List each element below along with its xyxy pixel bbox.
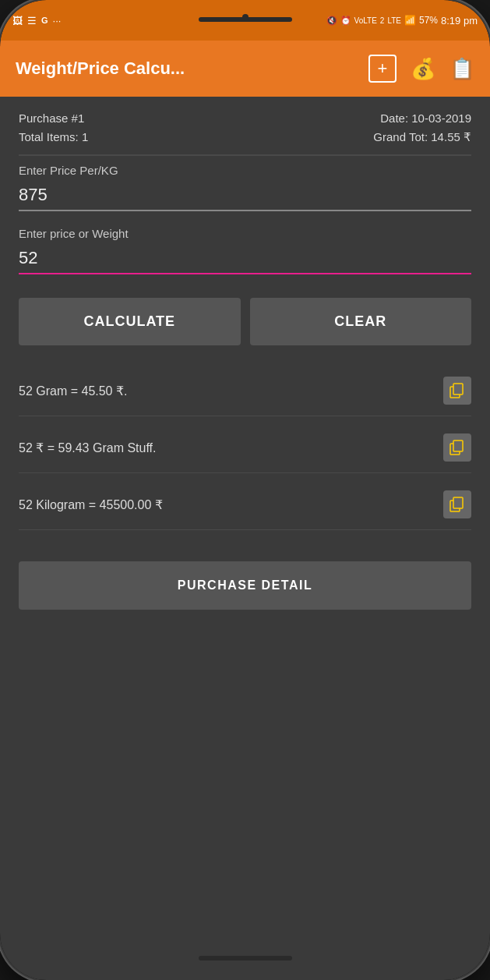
purchase-detail-button[interactable]: PURCHASE DETAIL xyxy=(19,561,471,610)
total-items-label: Total Items: xyxy=(19,130,79,143)
more-dots-icon: ··· xyxy=(53,15,62,27)
copy-rupee-icon xyxy=(449,440,465,455)
form-section: Enter Price Per/KG Enter price or Weight xyxy=(0,156,490,290)
grand-tot-label: Grand Tot: xyxy=(373,130,428,143)
toolbar-action-icons: + 💰 📋 xyxy=(368,55,474,83)
svg-rect-1 xyxy=(453,384,463,394)
phone-device: 🖼 ☰ G ··· 🔇 ⏰ VoLTE 2 LTE 📶 57% 8:19 pm … xyxy=(0,0,490,980)
svg-rect-3 xyxy=(453,440,463,451)
clear-button[interactable]: CLEAR xyxy=(250,298,472,345)
coins-icon: 💰 xyxy=(411,57,435,81)
result-row-rupee: 52 ₹ = 59.43 Gram Stuff. xyxy=(19,423,471,473)
total-items-display: Total Items: 1 xyxy=(19,128,88,147)
coins-button[interactable]: 💰 xyxy=(411,57,435,81)
date-value: 10-03-2019 xyxy=(411,111,471,125)
alarm-icon: ⏰ xyxy=(340,16,351,26)
copy-rupee-button[interactable] xyxy=(443,433,471,462)
volte-label: VoLTE xyxy=(354,16,377,25)
lte-label: LTE xyxy=(387,16,401,25)
price-or-weight-label: Enter price or Weight xyxy=(19,227,471,240)
copy-kilogram-icon xyxy=(449,497,465,512)
data-2-label: 2 xyxy=(380,16,385,25)
total-items-value: 1 xyxy=(82,130,88,143)
ledger-button[interactable]: 📋 xyxy=(449,57,474,81)
info-bar: Purchase #1 Total Items: 1 Date: 10-03-2… xyxy=(0,97,490,154)
copy-gram-button[interactable] xyxy=(443,377,471,405)
price-or-weight-input[interactable] xyxy=(19,245,471,274)
ledger-icon: 📋 xyxy=(449,57,474,81)
grand-tot-value: 14.55 ₹ xyxy=(431,130,471,143)
menu-icon: ☰ xyxy=(27,15,37,27)
calculate-button[interactable]: CALCULATE xyxy=(19,298,241,345)
add-icon: + xyxy=(378,58,388,79)
result-row-gram: 52 Gram = 45.50 ₹. xyxy=(19,366,471,416)
main-content: Purchase #1 Total Items: 1 Date: 10-03-2… xyxy=(0,97,490,980)
price-per-kg-input[interactable] xyxy=(19,182,471,211)
results-section: 52 Gram = 45.50 ₹. 52 ₹ = 59.43 Gram Stu… xyxy=(0,358,490,538)
time-display: 8:19 pm xyxy=(441,15,478,27)
bottom-speaker xyxy=(199,956,292,961)
date-display: Date: 10-03-2019 xyxy=(373,109,471,128)
status-left-icons: 🖼 ☰ G ··· xyxy=(12,15,61,27)
add-purchase-button[interactable]: + xyxy=(368,55,397,83)
result-kilogram-text: 52 Kilogram = 45500.00 ₹ xyxy=(19,497,163,512)
copy-gram-icon xyxy=(449,383,465,398)
phone-screen: 🖼 ☰ G ··· 🔇 ⏰ VoLTE 2 LTE 📶 57% 8:19 pm … xyxy=(0,0,490,980)
result-row-kilogram: 52 Kilogram = 45500.00 ₹ xyxy=(19,479,471,530)
photo-icon: 🖼 xyxy=(12,15,23,27)
google-icon: G xyxy=(41,16,48,25)
grand-total-display: Grand Tot: 14.55 ₹ xyxy=(373,128,471,147)
purchase-number: Purchase #1 xyxy=(19,109,88,128)
purchase-info-right: Date: 10-03-2019 Grand Tot: 14.55 ₹ xyxy=(373,109,471,147)
battery-percent: 57% xyxy=(419,15,438,26)
app-toolbar: Weight/Price Calcu... + 💰 📋 xyxy=(0,41,490,97)
copy-kilogram-button[interactable] xyxy=(443,490,471,518)
purchase-info-left: Purchase #1 Total Items: 1 xyxy=(19,109,88,147)
price-per-kg-label: Enter Price Per/KG xyxy=(19,164,471,177)
result-rupee-text: 52 ₹ = 59.43 Gram Stuff. xyxy=(19,440,156,455)
mute-icon: 🔇 xyxy=(326,16,337,26)
signal-icon: 📶 xyxy=(404,15,416,26)
result-gram-text: 52 Gram = 45.50 ₹. xyxy=(19,384,127,398)
app-title: Weight/Price Calcu... xyxy=(16,58,368,79)
top-speaker xyxy=(199,17,292,22)
purchase-detail-section: PURCHASE DETAIL xyxy=(0,538,490,625)
action-buttons-row: CALCULATE CLEAR xyxy=(0,290,490,358)
svg-rect-5 xyxy=(453,497,463,508)
status-right-info: 🔇 ⏰ VoLTE 2 LTE 📶 57% 8:19 pm xyxy=(326,15,478,27)
date-label: Date: xyxy=(380,111,408,125)
